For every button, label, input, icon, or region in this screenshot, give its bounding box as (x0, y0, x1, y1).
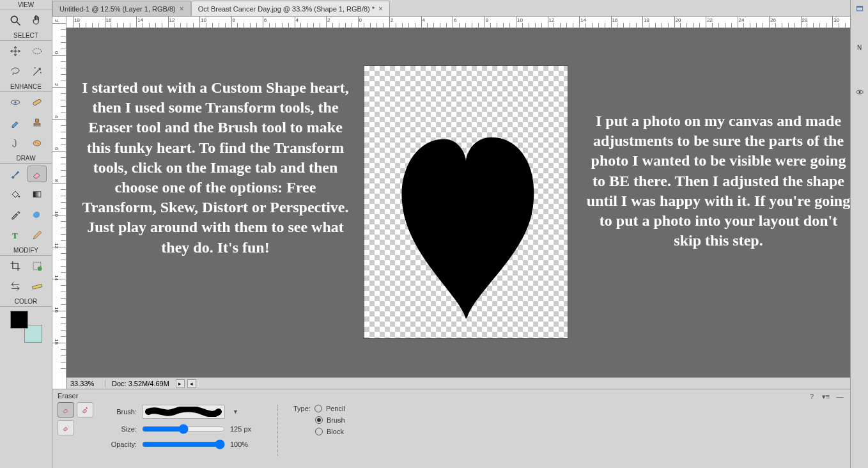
panel-toggle-button[interactable] (853, 3, 867, 15)
cookie-cutter-tool[interactable] (27, 258, 47, 274)
type-block-radio[interactable] (315, 428, 323, 435)
eye-icon (9, 96, 22, 109)
eyedropper-icon (9, 208, 22, 221)
tab-label: Oct Breast Cancer Day.jpg @ 33.3% (Shape… (198, 5, 375, 13)
spot-heal-tool[interactable] (27, 94, 47, 111)
eraser-mode-background[interactable] (77, 402, 93, 417)
svg-point-3 (34, 67, 35, 68)
toolbox-section-modify: MODIFY (0, 246, 52, 256)
clone-stamp-tool[interactable] (6, 114, 25, 131)
redeye-tool[interactable] (6, 94, 25, 111)
type-brush-radio[interactable] (315, 416, 323, 424)
foreground-color[interactable] (10, 311, 28, 329)
lasso-tool[interactable] (6, 63, 25, 80)
eraser-mode-magic[interactable] (58, 420, 74, 435)
brush-preview[interactable] (142, 405, 225, 419)
type-pencil-label: Pencil (326, 405, 345, 412)
marquee-tool[interactable] (27, 43, 47, 59)
bucket-icon (9, 188, 22, 201)
paint-bucket-tool[interactable] (6, 186, 25, 203)
eyedropper-tool[interactable] (6, 207, 25, 223)
right-panel-sliver: N (850, 0, 868, 468)
canvas[interactable]: I started out with a Custom Shape heart,… (66, 28, 850, 377)
toolbox-section-enhance: ENHANCE (0, 82, 52, 92)
zoom-tool[interactable] (6, 12, 25, 29)
brush-tool[interactable] (6, 166, 25, 182)
type-label: Type: (293, 405, 311, 412)
scroll-left-button[interactable]: ◂ (187, 379, 196, 388)
toolbox-section-view: VIEW (0, 0, 52, 10)
stamp-icon (31, 116, 43, 129)
chevron-down-icon[interactable]: ▼ (233, 409, 238, 415)
vertical-ruler: 2024681012141618 (52, 17, 66, 389)
stamp-tool[interactable] (27, 114, 47, 131)
text-icon: T (9, 229, 22, 242)
svg-rect-7 (32, 99, 41, 106)
tab-untitled[interactable]: Untitled-1 @ 12.5% (Layer 1, RGB/8) × (52, 1, 191, 16)
svg-point-9 (35, 142, 36, 143)
recompose-tool[interactable] (6, 278, 25, 295)
sponge-tool[interactable] (27, 135, 47, 152)
zoom-readout[interactable]: 33.33% (66, 380, 105, 387)
close-icon[interactable]: × (180, 4, 184, 13)
type-tool[interactable]: T (6, 227, 25, 244)
tool-options-bar: Eraser ? ▾≡ — Brush: (52, 389, 850, 468)
size-value: 125 px (230, 425, 262, 433)
navigator-label-short[interactable]: N (853, 41, 867, 54)
document-area: 2024681012141618 18161412108642024681012… (52, 17, 850, 389)
heart-shape-canvas (364, 65, 568, 339)
pencil-icon (31, 229, 43, 242)
panel-menu-icon[interactable]: ▾≡ (821, 392, 831, 401)
brush-small-icon (9, 116, 22, 129)
eraser-icon (31, 168, 43, 180)
size-label: Size: (105, 425, 137, 433)
hand-tool[interactable] (27, 12, 47, 29)
toolbox-section-select: SELECT (0, 31, 52, 41)
horizontal-ruler: 1816141210864202468101214161820222426283… (66, 17, 850, 28)
color-swatches[interactable] (10, 311, 42, 343)
svg-point-10 (37, 143, 38, 144)
gradient-tool[interactable] (27, 186, 47, 203)
eraser-tool[interactable] (27, 166, 47, 182)
hand-icon (31, 14, 43, 27)
svg-point-23 (858, 91, 860, 93)
svg-rect-13 (33, 192, 41, 197)
pencil-tool[interactable] (27, 227, 47, 244)
tab-breast-cancer[interactable]: Oct Breast Cancer Day.jpg @ 33.3% (Shape… (191, 1, 390, 16)
magic-wand-tool[interactable] (27, 63, 47, 80)
bandaid-icon (31, 96, 43, 109)
size-slider[interactable] (142, 424, 225, 434)
panel-icon (855, 4, 865, 13)
info-menu-button[interactable]: ▸ (176, 379, 185, 388)
svg-rect-17 (32, 284, 42, 289)
blob-icon (31, 208, 43, 221)
magnifier-icon (9, 14, 22, 27)
opacity-slider[interactable] (142, 439, 225, 449)
document-tabs: Untitled-1 @ 12.5% (Layer 1, RGB/8) × Oc… (52, 0, 850, 17)
brush-stroke-icon (145, 407, 222, 417)
close-icon[interactable]: × (378, 4, 383, 13)
type-pencil-radio[interactable] (314, 405, 322, 412)
eye-visibility-button[interactable] (853, 86, 867, 98)
recompose-icon (9, 280, 22, 293)
smudge-tool[interactable] (6, 135, 25, 152)
crop-tool[interactable] (6, 258, 25, 274)
svg-point-0 (11, 16, 17, 22)
svg-text:T: T (12, 231, 18, 240)
finger-icon (9, 137, 22, 150)
help-icon[interactable]: ? (807, 392, 817, 401)
svg-point-2 (33, 49, 41, 54)
svg-point-19 (68, 426, 69, 427)
move-tool[interactable] (6, 43, 25, 59)
straighten-tool[interactable] (27, 278, 47, 295)
eraser-mode-icons (58, 402, 93, 435)
collapse-icon[interactable]: — (835, 392, 845, 401)
brush-label: Brush: (105, 408, 137, 416)
crop-icon (9, 260, 22, 272)
opacity-value: 100% (230, 441, 262, 448)
shape-tool[interactable] (27, 207, 47, 223)
svg-point-12 (18, 196, 20, 198)
annotation-right: I put a photo on my canvas and made adju… (584, 111, 850, 251)
eraser-mode-normal[interactable] (58, 402, 74, 417)
doc-size-info: Doc: 3.52M/4.69M (105, 380, 176, 387)
